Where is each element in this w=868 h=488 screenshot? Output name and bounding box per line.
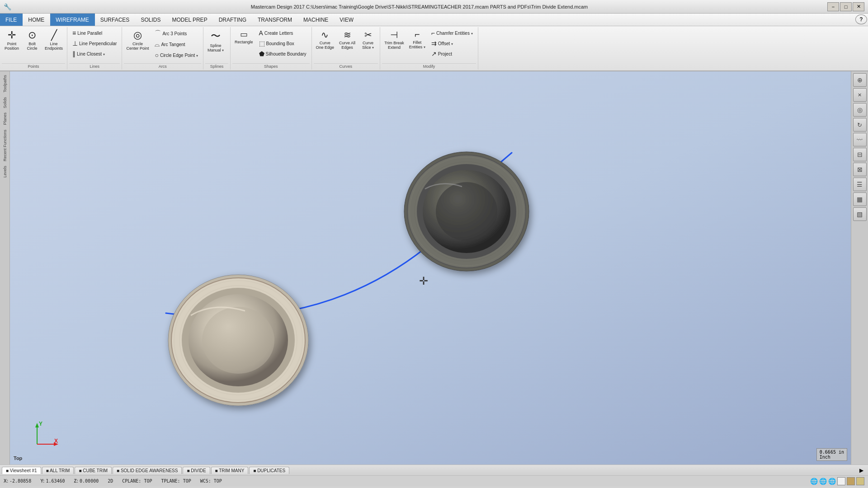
curve-slice-label: CurveSlice ▾: [362, 41, 374, 50]
rt-btn-rotate[interactable]: ↻: [853, 118, 867, 131]
tab-viewsheet1[interactable]: ■ Viewsheet #1: [2, 467, 41, 474]
lines-buttons: ≡ Line Parallel ⊥ Line Perpendicular ∥ L…: [69, 28, 120, 63]
menu-bar: FILE HOME WIREFRAME SURFACES SOLIDS MODE…: [0, 14, 868, 26]
globe-icon2[interactable]: 🌐: [819, 478, 827, 485]
circle-edge-point-label: Circle Edge Point ▾: [160, 53, 198, 58]
btn-silhouette-boundary[interactable]: ⬟ Silhouette Boundary: [257, 49, 309, 59]
color-swatch2[interactable]: [847, 477, 855, 485]
menu-machine[interactable]: MACHINE: [298, 14, 334, 26]
menu-modelprep[interactable]: MODEL PREP: [166, 14, 213, 26]
chamfer-entities-label: Chamfer Entities ▾: [436, 31, 473, 36]
close-button[interactable]: ✕: [853, 2, 864, 11]
rt-btn-minus-box[interactable]: ⊟: [853, 148, 867, 161]
menu-help[interactable]: ?: [855, 14, 867, 24]
btn-point-position[interactable]: ✛ PointPosition: [2, 28, 22, 52]
menu-surfaces[interactable]: SURFACES: [95, 14, 136, 26]
sidebar-recent-functions[interactable]: Recent Functions: [2, 128, 8, 163]
btn-bolt-circle[interactable]: ⊙ BoltCircle: [22, 28, 42, 52]
shapes-label: Shapes: [232, 63, 310, 69]
fillet-entities-label: FilletEntities ▾: [409, 41, 425, 50]
title-controls: − □ ✕: [827, 2, 864, 11]
create-letters-label: Create Letters: [264, 31, 293, 36]
coord-z: Z: 0.00000: [74, 479, 99, 483]
tab-solid-edge-awareness[interactable]: ■ SOLID EDGE AWARENESS: [113, 467, 182, 474]
sidebar-solids[interactable]: Solids: [2, 95, 8, 110]
tab-divide[interactable]: ■ DIVIDE: [183, 467, 210, 474]
maximize-button[interactable]: □: [840, 2, 852, 11]
arc-tangent-icon: ⌓: [155, 41, 160, 48]
coord-cplane: CPLANE: TOP: [122, 479, 152, 483]
rectangle-icon: ▭: [240, 29, 248, 39]
btn-curve-all-edges[interactable]: ≋ Curve AllEdges: [337, 28, 358, 52]
btn-line-perpendicular[interactable]: ⊥ Line Perpendicular: [70, 38, 119, 48]
menu-drafting[interactable]: DRAFTING: [213, 14, 252, 26]
rt-btn-grid2[interactable]: ▧: [853, 207, 867, 221]
bounding-box-label: Bounding Box: [266, 41, 294, 46]
btn-curve-slice[interactable]: ✂ CurveSlice ▾: [358, 28, 378, 52]
tab-all-trim[interactable]: ■ ALL TRIM: [42, 467, 74, 474]
tab-duplicates[interactable]: ■ DUPLICATES: [249, 467, 289, 474]
minimize-button[interactable]: −: [827, 2, 839, 11]
btn-offset[interactable]: ⇉ Offset ▾: [429, 38, 475, 48]
btn-project[interactable]: ↗ Project: [429, 49, 475, 59]
menu-file[interactable]: FILE: [0, 14, 23, 26]
group-shapes: ▭ Rectangle A Create Letters ⬚ Bounding …: [231, 27, 312, 70]
fillet-entities-icon: ⌐: [415, 29, 420, 40]
rt-btn-menu[interactable]: ☰: [853, 178, 867, 191]
rectangle-label: Rectangle: [235, 40, 253, 45]
btn-chamfer-entities[interactable]: ⌐ Chamfer Entities ▾: [429, 28, 475, 38]
rt-btn-plus[interactable]: ⊕: [853, 73, 867, 87]
coord-mode: 2D: [108, 479, 113, 483]
btn-bounding-box[interactable]: ⬚ Bounding Box: [257, 38, 309, 48]
rt-btn-wave[interactable]: 〰: [853, 133, 867, 146]
color-swatch3[interactable]: [856, 477, 864, 485]
color-swatch1[interactable]: [837, 477, 845, 485]
menu-solids[interactable]: SOLIDS: [135, 14, 166, 26]
btn-create-letters[interactable]: A Create Letters: [257, 28, 309, 38]
point-position-label: PointPosition: [5, 42, 19, 51]
menu-view[interactable]: VIEW: [334, 14, 359, 26]
curve-all-edges-label: Curve AllEdges: [339, 41, 355, 50]
title-left: 🔧: [4, 3, 11, 10]
tab-trim-many[interactable]: ■ TRIM MANY: [211, 467, 249, 474]
btn-line-parallel[interactable]: ≡ Line Parallel: [70, 28, 119, 38]
coord-x: X: -2.80858: [4, 479, 31, 483]
btn-circle-center[interactable]: ◎ CircleCenter Point: [124, 28, 151, 52]
globe-icon1[interactable]: 🌐: [810, 478, 818, 485]
menu-home[interactable]: HOME: [23, 14, 50, 26]
spline-manual-label: SplineManual ▾: [208, 44, 224, 53]
rt-btn-grid1[interactable]: ▦: [853, 192, 867, 206]
project-icon: ↗: [431, 50, 437, 57]
btn-trim-break-extend[interactable]: ⊣ Trim BreakExtend: [382, 28, 406, 52]
ribbon-content: ✛ PointPosition ⊙ BoltCircle ╱ LineEndpo…: [0, 26, 868, 70]
tab-scroll-right[interactable]: ▶: [857, 467, 866, 474]
btn-arc3points[interactable]: ⌒ Arc 3 Points: [152, 28, 200, 39]
arc3points-label: Arc 3 Points: [162, 31, 187, 36]
coord-y: Y: 1.63460: [40, 479, 65, 483]
btn-line-closest[interactable]: ∥ Line Closest ▾: [70, 49, 119, 59]
globe-icon3[interactable]: 🌐: [828, 478, 836, 485]
rt-btn-x-box[interactable]: ⊠: [853, 163, 867, 176]
btn-circle-edge-point[interactable]: ○ Circle Edge Point ▾: [152, 50, 200, 60]
main-area: Toolpaths Solids Planes Recent Functions…: [0, 71, 868, 465]
sidebar-planes[interactable]: Planes: [2, 111, 8, 127]
btn-spline-manual[interactable]: 〜 SplineManual ▾: [205, 28, 226, 54]
sidebar-levels[interactable]: Levels: [2, 164, 8, 179]
btn-line-endpoints[interactable]: ╱ LineEndpoints: [42, 28, 65, 52]
tab-cube-trim[interactable]: ■ CUBE TRIM: [75, 467, 112, 474]
btn-fillet-entities[interactable]: ⌐ FilletEntities ▾: [407, 28, 428, 51]
viewport[interactable]: 🔒 AutoCursor ▾ | ⬤ ◎ ✦ ↗ ⊕ ⌀ ⬟ △ | ☐ ⊞ |…: [10, 71, 851, 465]
line-perpendicular-icon: ⊥: [72, 40, 78, 47]
menu-wireframe[interactable]: WIREFRAME: [50, 14, 94, 26]
x-label: X:: [4, 479, 8, 483]
line-parallel-icon: ≡: [72, 29, 76, 37]
btn-curve-one-edge[interactable]: ∿ CurveOne Edge: [314, 28, 337, 52]
menu-transform[interactable]: TRANSFORM: [252, 14, 298, 26]
rt-btn-x[interactable]: ✕: [853, 88, 867, 102]
rt-btn-circle[interactable]: ◎: [853, 103, 867, 117]
arc3points-icon: ⌒: [155, 29, 161, 38]
btn-arc-tangent[interactable]: ⌓ Arc Tangent: [152, 39, 200, 50]
arcs-buttons: ◎ CircleCenter Point ⌒ Arc 3 Points ⌓ Ar…: [124, 28, 201, 63]
btn-rectangle[interactable]: ▭ Rectangle: [232, 28, 255, 46]
sidebar-toolpaths[interactable]: Toolpaths: [2, 73, 8, 94]
